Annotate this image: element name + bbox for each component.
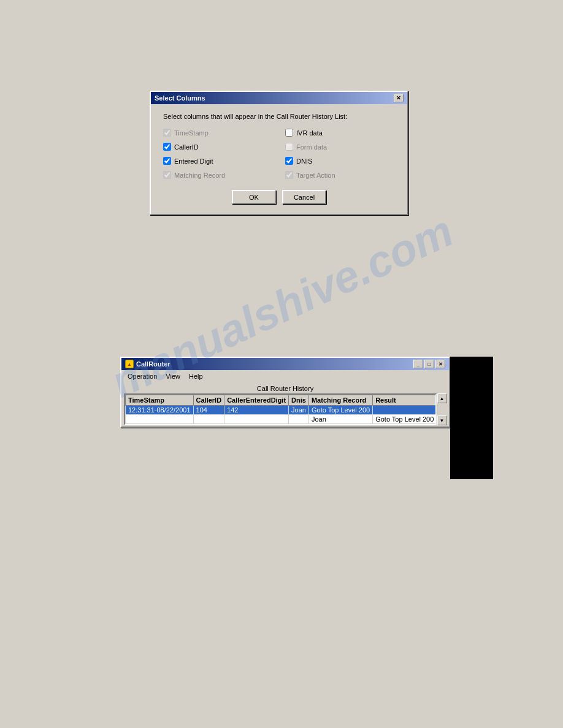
checkbox-form-data-label: Form data (296, 143, 327, 151)
checkbox-matching-record-label: Matching Record (174, 172, 225, 179)
cell-matching-1: Goto Top Level 200 (308, 406, 372, 415)
cell-dnis-2 (289, 415, 309, 424)
checkbox-callerid-input[interactable] (163, 143, 171, 151)
black-sidebar (450, 357, 493, 479)
checkbox-ivr-data: IVR data (285, 129, 395, 137)
callrouter-minimize-button[interactable]: _ (413, 360, 423, 368)
ok-button[interactable]: OK (232, 190, 276, 204)
checkbox-timestamp: TimeStamp (163, 129, 273, 137)
table-row[interactable]: 12:31:31-08/22/2001 104 142 Joan Goto To… (126, 406, 437, 415)
dialog-description: Select columns that will appear in the C… (163, 113, 395, 120)
callrouter-menubar: Operation View Help (121, 370, 449, 382)
checkbox-matching-record-input[interactable] (163, 171, 171, 179)
cell-digit-1: 142 (224, 406, 289, 415)
menu-view[interactable]: View (162, 371, 184, 381)
checkbox-dnis-label: DNIS (296, 157, 312, 165)
cell-result-2: Goto Top Level 200 (373, 415, 437, 424)
history-table-wrapper: TimeStamp CallerID CallerEnteredDigit Dn… (124, 393, 437, 425)
scroll-down-button[interactable]: ▼ (437, 415, 447, 425)
checkbox-dnis: DNIS (285, 157, 395, 165)
checkbox-target-action-label: Target Action (296, 172, 335, 179)
callrouter-close-button[interactable]: ✕ (435, 360, 445, 368)
cell-dnis-1: Joan (289, 406, 309, 415)
dialog-close-button[interactable]: ✕ (394, 94, 404, 102)
checkbox-callerid-label: CallerID (174, 143, 199, 151)
cancel-button[interactable]: Cancel (282, 190, 326, 204)
checkbox-matching-record: Matching Record (163, 171, 273, 179)
checkbox-target-action-input[interactable] (285, 171, 293, 179)
checkbox-entered-digit-label: Entered Digit (174, 157, 213, 165)
dialog-title-text: Select Columns (155, 94, 205, 102)
cell-timestamp-2 (126, 415, 194, 424)
checkbox-form-data-input[interactable] (285, 143, 293, 151)
checkbox-ivr-data-label: IVR data (296, 129, 323, 137)
checkbox-form-data: Form data (285, 143, 395, 151)
col-header-matching: Matching Record (308, 395, 372, 406)
cell-digit-2 (224, 415, 289, 424)
table-and-scroll: TimeStamp CallerID CallerEnteredDigit Dn… (124, 393, 446, 425)
scroll-up-button[interactable]: ▲ (437, 393, 447, 403)
checkbox-dnis-input[interactable] (285, 157, 293, 165)
callrouter-maximize-button[interactable]: □ (424, 360, 434, 368)
checkbox-timestamp-input[interactable] (163, 129, 171, 137)
checkbox-timestamp-label: TimeStamp (174, 129, 209, 137)
cell-timestamp-1: 12:31:31-08/22/2001 (126, 406, 194, 415)
cell-callerid-1: 104 (193, 406, 224, 415)
col-header-callerid: CallerID (193, 395, 224, 406)
cell-callerid-2 (193, 415, 224, 424)
callrouter-app-icon: ▲ (125, 360, 134, 368)
columns-grid: TimeStamp IVR data CallerID Form data En… (163, 129, 395, 179)
scrollbar-vertical: ▲ ▼ (437, 393, 446, 425)
callrouter-titlebar: ▲ CallRouter _ □ ✕ (121, 358, 449, 370)
dialog-body: Select columns that will appear in the C… (151, 104, 407, 214)
cell-result-1 (373, 406, 437, 415)
dialog-titlebar: Select Columns ✕ (151, 92, 407, 104)
checkbox-callerid: CallerID (163, 143, 273, 151)
callrouter-titlebar-buttons: _ □ ✕ (413, 360, 445, 368)
col-header-timestamp: TimeStamp (126, 395, 194, 406)
col-header-dnis: Dnis (289, 395, 309, 406)
dialog-title: Select Columns (155, 94, 205, 102)
checkbox-target-action: Target Action (285, 171, 395, 179)
callrouter-title-text: CallRouter (136, 360, 170, 368)
history-table: TimeStamp CallerID CallerEnteredDigit Dn… (125, 395, 437, 424)
col-header-callerdigit: CallerEnteredDigit (224, 395, 289, 406)
select-columns-dialog: Select Columns ✕ Select columns that wil… (150, 91, 408, 215)
dialog-buttons: OK Cancel (163, 190, 395, 204)
cell-matching-2: Joan (308, 415, 372, 424)
checkbox-ivr-data-input[interactable] (285, 129, 293, 137)
menu-help[interactable]: Help (185, 371, 207, 381)
menu-operation[interactable]: Operation (124, 371, 161, 381)
callrouter-title-left: ▲ CallRouter (125, 360, 170, 368)
checkbox-entered-digit-input[interactable] (163, 157, 171, 165)
callrouter-content: Call Router History TimeStamp CallerID C… (121, 382, 449, 427)
checkbox-entered-digit: Entered Digit (163, 157, 273, 165)
callrouter-window: ▲ CallRouter _ □ ✕ Operation View Help C… (120, 357, 450, 428)
col-header-result: Result (373, 395, 437, 406)
table-row[interactable]: Joan Goto Top Level 200 (126, 415, 437, 424)
section-label: Call Router History (124, 385, 446, 392)
